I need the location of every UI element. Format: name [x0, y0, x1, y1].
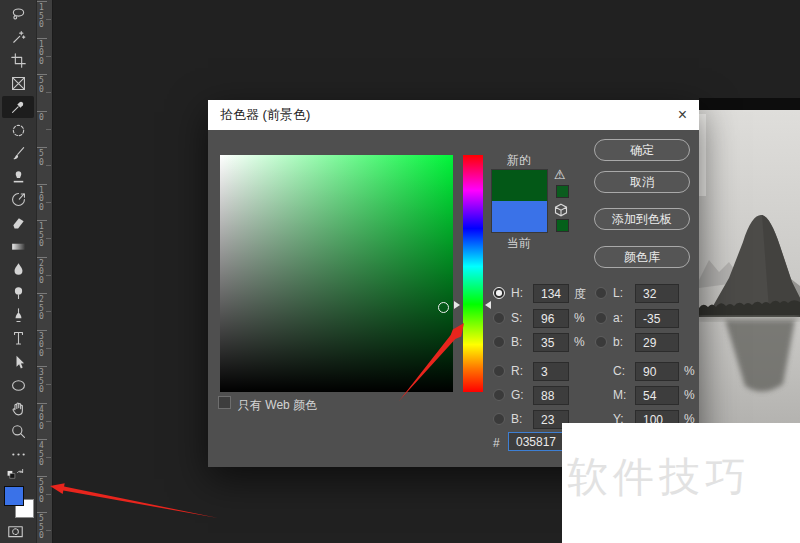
watermark-text: 软件技巧	[567, 450, 800, 505]
a-radio[interactable]	[595, 312, 607, 324]
lightness-radio[interactable]	[595, 287, 607, 299]
cyan-value-input[interactable]: 90	[635, 362, 679, 381]
eraser-icon	[9, 213, 28, 232]
close-icon[interactable]: ×	[678, 107, 687, 123]
only-web-colors-checkbox[interactable]	[218, 396, 231, 409]
ruler-minor-tick	[46, 348, 51, 349]
screen-mode-icon[interactable]	[6, 522, 30, 543]
eyedropper-tool[interactable]	[2, 96, 34, 118]
pen-tool[interactable]	[6, 305, 30, 327]
vertical-ruler: 1501005005010015020025030035040045050055…	[37, 0, 53, 543]
healing-patch-icon	[9, 121, 28, 140]
new-color-swatch	[492, 170, 547, 201]
ruler-label: 150	[37, 220, 47, 249]
gradient-tool[interactable]	[6, 235, 30, 257]
eyedropper-icon	[9, 97, 28, 116]
b-value-input[interactable]: 29	[635, 333, 679, 352]
default-swap-colors-icon[interactable]	[6, 465, 30, 487]
tools-panel	[0, 0, 37, 543]
dodge-icon	[9, 283, 28, 302]
only-web-colors-label: 只有 Web 颜色	[238, 397, 317, 414]
history-brush-tool[interactable]	[6, 189, 30, 211]
hue-slider-handle-right[interactable]	[485, 301, 491, 309]
dialog-title: 拾色器 (前景色)	[220, 106, 310, 124]
color-picker-dialog: 拾色器 (前景色) × 新的 当前 ⚠ 确定取消添加到色板颜色库 H:134度S…	[208, 100, 699, 467]
ruler-label: 50	[37, 74, 47, 94]
magic-wand-tool[interactable]	[6, 26, 30, 48]
crop-tool[interactable]	[6, 49, 30, 71]
hue-slider-handle-left[interactable]	[454, 301, 460, 309]
ruler-minor-tick	[46, 275, 51, 276]
brightness-radio[interactable]	[493, 336, 505, 348]
foreground-background-swatches[interactable]	[3, 486, 35, 520]
ruler-minor-tick	[46, 384, 51, 385]
magic-wand-icon	[9, 28, 28, 47]
photoshop-window: 1501005005010015020025030035040045050055…	[0, 0, 800, 543]
saturation-value-input[interactable]: 96	[533, 309, 569, 328]
hue-unit-label: 度	[574, 286, 586, 303]
ruler-minor-tick	[46, 56, 51, 57]
edit-toolbar-ellipsis[interactable]	[6, 444, 30, 466]
magenta-value-input[interactable]: 54	[635, 386, 679, 405]
a-value-input[interactable]: -35	[635, 309, 679, 328]
cyan-label: C:	[613, 364, 625, 378]
ruler-minor-tick	[46, 129, 51, 130]
ellipse-tool[interactable]	[6, 374, 30, 396]
saturation-brightness-field[interactable]	[220, 155, 453, 392]
hex-value-input[interactable]: 035817	[508, 432, 568, 451]
ok-button[interactable]: 确定	[594, 139, 690, 161]
eraser-tool[interactable]	[6, 212, 30, 234]
hand-tool[interactable]	[6, 397, 30, 419]
hand-icon	[9, 399, 28, 418]
blur-icon	[9, 260, 28, 279]
ruler-label: 0	[37, 111, 47, 123]
red-radio[interactable]	[493, 365, 505, 377]
clone-stamp-tool[interactable]	[6, 165, 30, 187]
b-radio[interactable]	[595, 336, 607, 348]
hue-value-input[interactable]: 134	[533, 284, 569, 303]
brightness-unit-label: %	[574, 335, 585, 349]
foreground-color-swatch[interactable]	[4, 486, 24, 506]
green-value-input[interactable]: 88	[533, 386, 569, 405]
current-color-label: 当前	[507, 235, 531, 252]
ruler-minor-tick	[46, 238, 51, 239]
type-tool[interactable]	[6, 328, 30, 350]
path-selection-tool[interactable]	[6, 351, 30, 373]
brush-tool[interactable]	[6, 142, 30, 164]
red-label: R:	[511, 364, 523, 378]
canvas-photo-mountains[interactable]	[699, 110, 800, 423]
ruler-label: 550	[37, 512, 47, 541]
zoom-tool[interactable]	[6, 421, 30, 443]
color-libraries-button[interactable]: 颜色库	[594, 246, 690, 268]
green-radio[interactable]	[493, 389, 505, 401]
add-to-swatches-button[interactable]: 添加到色板	[594, 208, 690, 230]
ruler-minor-tick	[46, 19, 51, 20]
cancel-button[interactable]: 取消	[594, 171, 690, 193]
gamut-warning-swatch[interactable]	[556, 185, 569, 198]
web-safe-swatch[interactable]	[556, 219, 569, 232]
hue-label: H:	[511, 286, 523, 300]
red-value-input[interactable]: 3	[533, 362, 569, 381]
healing-patch-tool[interactable]	[6, 119, 30, 141]
hue-slider[interactable]	[463, 155, 483, 392]
green-label: G:	[511, 388, 524, 402]
ruler-minor-tick	[46, 165, 51, 166]
blur-tool[interactable]	[6, 258, 30, 280]
ruler-label: 100	[37, 38, 47, 67]
watermark-box: 软件技巧	[562, 423, 800, 543]
saturation-radio[interactable]	[493, 312, 505, 324]
color-field-cursor[interactable]	[438, 302, 449, 313]
dodge-tool[interactable]	[6, 281, 30, 303]
dialog-titlebar[interactable]: 拾色器 (前景色) ×	[208, 100, 699, 130]
ruler-minor-tick	[46, 530, 51, 531]
blue-radio[interactable]	[493, 413, 505, 425]
ruler-label: 300	[37, 330, 47, 359]
brightness-value-input[interactable]: 35	[533, 333, 569, 352]
frame-tool[interactable]	[6, 73, 30, 95]
new-current-swatch-pair	[492, 170, 547, 232]
gamut-warning-icon[interactable]: ⚠	[554, 167, 566, 182]
canvas-dark-band	[699, 98, 800, 110]
lightness-value-input[interactable]: 32	[635, 284, 679, 303]
hue-radio[interactable]	[493, 287, 505, 299]
lasso-tool[interactable]	[6, 3, 30, 25]
